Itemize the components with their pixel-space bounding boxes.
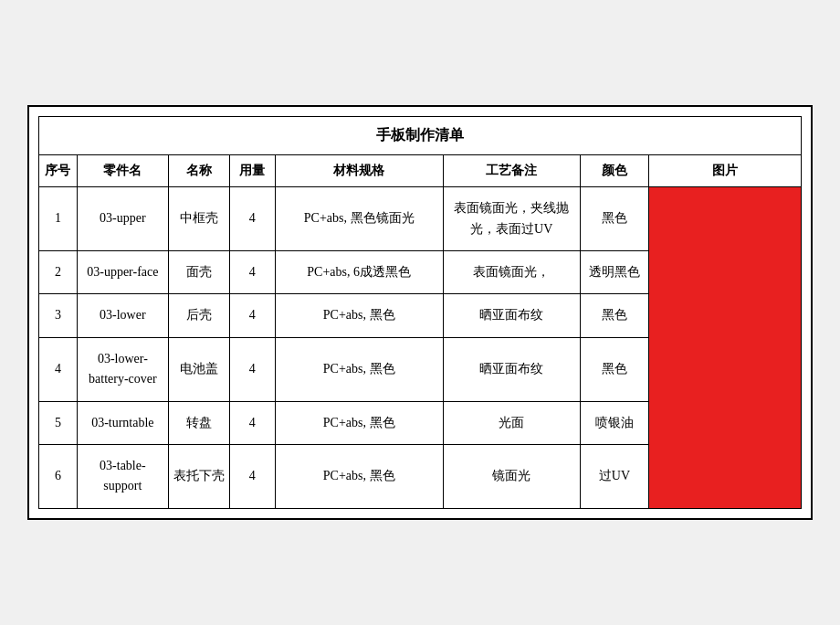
cell-seq: 2: [39, 251, 78, 294]
cell-process: 晒亚面布纹: [443, 294, 580, 337]
cell-qty: 4: [229, 337, 275, 401]
cell-name: 后壳: [168, 294, 229, 337]
cell-spec: PC+abs, 黑色: [275, 337, 443, 401]
header-process: 工艺备注: [443, 155, 580, 187]
cell-spec: PC+abs, 黑色: [275, 294, 443, 337]
cell-qty: 4: [229, 251, 275, 294]
cell-image: [648, 187, 801, 509]
cell-qty: 4: [229, 187, 275, 251]
cell-seq: 5: [39, 401, 78, 444]
cell-spec: PC+abs, 黑色镜面光: [275, 187, 443, 251]
cell-name: 面壳: [168, 251, 229, 294]
cell-name: 转盘: [168, 401, 229, 444]
cell-process: 晒亚面布纹: [443, 337, 580, 401]
cell-name: 中框壳: [168, 187, 229, 251]
table-title: 手板制作清单: [38, 116, 802, 154]
cell-part-id: 03-turntable: [77, 401, 168, 444]
cell-process: 表面镜面光，夹线抛光，表面过UV: [443, 187, 580, 251]
cell-qty: 4: [229, 294, 275, 337]
cell-color: 黑色: [580, 337, 648, 401]
cell-spec: PC+abs, 黑色: [275, 401, 443, 444]
cell-part-id: 03-upper-face: [77, 251, 168, 294]
header-image: 图片: [648, 155, 801, 187]
header-seq: 序号: [39, 155, 78, 187]
cell-seq: 6: [39, 444, 78, 508]
cell-part-id: 03-lower-battery-cover: [77, 337, 168, 401]
cell-seq: 3: [39, 294, 78, 337]
header-part-id: 零件名: [77, 155, 168, 187]
parts-table: 序号 零件名 名称 用量 材料规格 工艺备注 颜色 图片 103-upper中框…: [38, 154, 802, 509]
table-row: 103-upper中框壳4PC+abs, 黑色镜面光表面镜面光，夹线抛光，表面过…: [39, 187, 802, 251]
cell-color: 黑色: [580, 294, 648, 337]
header-color: 颜色: [580, 155, 648, 187]
cell-qty: 4: [229, 444, 275, 508]
cell-name: 电池盖: [168, 337, 229, 401]
main-container: 手板制作清单 序号 零件名 名称 用量 材料规格 工艺备注 颜色 图片 103-…: [27, 105, 813, 520]
cell-color: 透明黑色: [580, 251, 648, 294]
cell-name: 表托下壳: [168, 444, 229, 508]
cell-color: 喷银油: [580, 401, 648, 444]
cell-color: 过UV: [580, 444, 648, 508]
cell-spec: PC+abs, 黑色: [275, 444, 443, 508]
cell-part-id: 03-upper: [77, 187, 168, 251]
cell-part-id: 03-table-support: [77, 444, 168, 508]
cell-process: 表面镜面光，: [443, 251, 580, 294]
header-qty: 用量: [229, 155, 275, 187]
header-name: 名称: [168, 155, 229, 187]
header-row: 序号 零件名 名称 用量 材料规格 工艺备注 颜色 图片: [39, 155, 802, 187]
cell-process: 光面: [443, 401, 580, 444]
header-spec: 材料规格: [275, 155, 443, 187]
cell-spec: PC+abs, 6成透黑色: [275, 251, 443, 294]
cell-part-id: 03-lower: [77, 294, 168, 337]
cell-process: 镜面光: [443, 444, 580, 508]
cell-seq: 4: [39, 337, 78, 401]
cell-color: 黑色: [580, 187, 648, 251]
cell-qty: 4: [229, 401, 275, 444]
cell-seq: 1: [39, 187, 78, 251]
